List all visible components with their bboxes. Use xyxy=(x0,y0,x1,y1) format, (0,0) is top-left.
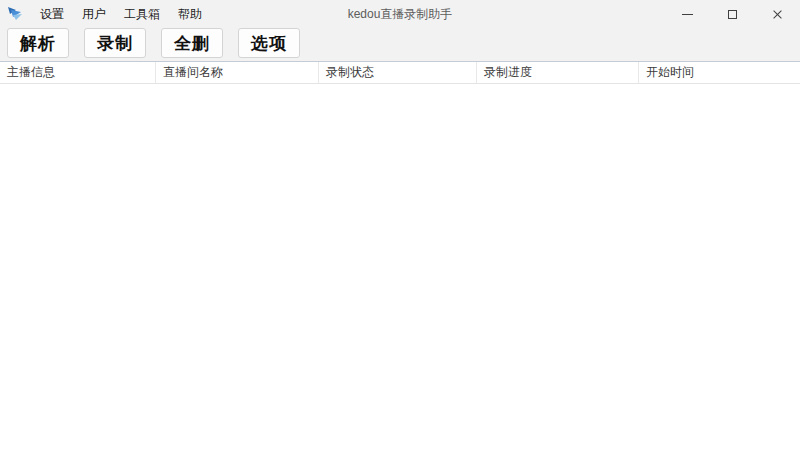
column-header-room-name[interactable]: 直播间名称 xyxy=(155,62,318,83)
app-window: 设置 用户 工具箱 帮助 kedou直播录制助手 解析 录制 全删 选项 主播信… xyxy=(0,0,800,469)
column-header-record-status[interactable]: 录制状态 xyxy=(318,62,476,83)
table-header: 主播信息 直播间名称 录制状态 录制进度 开始时间 xyxy=(0,61,800,84)
title-bar: 设置 用户 工具箱 帮助 kedou直播录制助手 xyxy=(0,0,800,28)
minimize-icon xyxy=(682,14,693,15)
menu-item-settings[interactable]: 设置 xyxy=(31,0,73,28)
maximize-button[interactable] xyxy=(710,0,755,28)
delete-all-button[interactable]: 全删 xyxy=(161,28,223,58)
maximize-icon xyxy=(728,10,737,19)
window-title: kedou直播录制助手 xyxy=(348,6,453,23)
caption-buttons xyxy=(665,0,800,28)
column-header-streamer-info[interactable]: 主播信息 xyxy=(0,62,155,83)
record-button[interactable]: 录制 xyxy=(84,28,146,58)
menu-item-user[interactable]: 用户 xyxy=(73,0,115,28)
app-logo-icon[interactable] xyxy=(7,6,23,22)
column-header-record-progress[interactable]: 录制进度 xyxy=(476,62,638,83)
menu-item-help[interactable]: 帮助 xyxy=(169,0,211,28)
column-header-start-time[interactable]: 开始时间 xyxy=(638,62,800,83)
close-icon xyxy=(772,9,783,20)
minimize-button[interactable] xyxy=(665,0,710,28)
parse-button[interactable]: 解析 xyxy=(7,28,69,58)
menu-item-toolbox[interactable]: 工具箱 xyxy=(115,0,169,28)
toolbar: 解析 录制 全删 选项 xyxy=(0,28,800,61)
close-button[interactable] xyxy=(755,0,800,28)
menu-bar: 设置 用户 工具箱 帮助 xyxy=(31,0,211,28)
table-body xyxy=(0,84,800,469)
options-button[interactable]: 选项 xyxy=(238,28,300,58)
